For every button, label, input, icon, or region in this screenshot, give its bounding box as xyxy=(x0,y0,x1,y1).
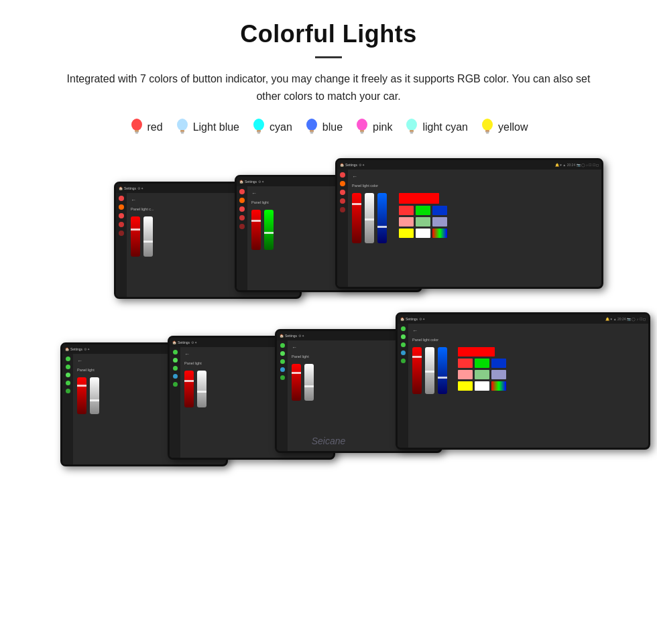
slider-red-3[interactable] xyxy=(352,193,361,243)
color-label-blue: blue xyxy=(322,121,343,133)
panel-label-3: Panel light color xyxy=(352,184,597,188)
back-arrow-3[interactable]: ← xyxy=(352,174,597,180)
color-item-lightcyan: light cyan xyxy=(404,118,468,137)
color-label-lightcyan: light cyan xyxy=(422,121,468,133)
palette-cell[interactable] xyxy=(416,206,430,215)
top-screen-3: 🏠Settings⚙ ✦ 🔔 ♥ ▲ 20:24 📷 ◯ ♪ ☐ ☐ ◻ xyxy=(335,158,603,289)
svg-rect-10 xyxy=(257,132,261,133)
svg-rect-18 xyxy=(361,132,364,133)
palette-cell[interactable] xyxy=(416,229,430,238)
bot-sidebar-2 xyxy=(170,347,180,458)
palette-cell[interactable] xyxy=(491,359,506,368)
svg-rect-15 xyxy=(310,133,313,134)
palette-cell[interactable] xyxy=(432,206,447,215)
svg-rect-2 xyxy=(135,132,138,133)
page-title: Colorful Lights xyxy=(27,20,630,48)
svg-point-12 xyxy=(306,119,317,131)
palette-cell[interactable] xyxy=(399,229,414,238)
color-item-pink: pink xyxy=(355,118,392,137)
color-palette-3 xyxy=(399,193,447,238)
color-label-pink: pink xyxy=(373,121,392,133)
color-label-yellow: yellow xyxy=(498,121,528,133)
palette-cell[interactable] xyxy=(399,206,414,215)
topbar-3: 🏠Settings⚙ ✦ 🔔 ♥ ▲ 20:24 📷 ◯ ♪ ☐ ☐ ◻ xyxy=(337,160,601,170)
svg-point-16 xyxy=(357,119,367,131)
sidebar-2 xyxy=(237,186,247,290)
bot-slider-b4[interactable] xyxy=(438,347,447,394)
bot-slider-r4[interactable] xyxy=(412,347,422,394)
color-item-red: red xyxy=(129,118,163,137)
svg-rect-26 xyxy=(486,132,489,133)
sidebar-1 xyxy=(116,193,127,297)
palette-cell[interactable] xyxy=(475,370,489,379)
slider-red-1[interactable] xyxy=(131,216,140,257)
bot-panel-4: Panel light color xyxy=(412,338,644,342)
page-container: Colorful Lights Integrated with 7 colors… xyxy=(0,0,657,493)
header-section: Colorful Lights Integrated with 7 colors… xyxy=(27,20,630,105)
slider-white-3[interactable] xyxy=(365,193,374,243)
palette-cell[interactable] xyxy=(458,347,495,357)
sliders-3 xyxy=(352,193,387,243)
screens-container: 🏠Settings⚙ ✦ ← Panel l xyxy=(27,158,630,466)
svg-rect-3 xyxy=(135,133,138,134)
bot-slider-r2[interactable] xyxy=(184,371,194,407)
bot-back-4[interactable]: ← xyxy=(412,328,644,334)
bot-slider-w3[interactable] xyxy=(304,364,314,401)
slider-green-2[interactable] xyxy=(264,210,274,250)
palette-cell[interactable] xyxy=(399,193,439,204)
slider-white-1[interactable] xyxy=(143,216,153,257)
svg-point-20 xyxy=(406,119,417,131)
svg-rect-7 xyxy=(181,133,184,134)
palette-cell[interactable] xyxy=(491,381,506,391)
bot-sidebar-1 xyxy=(62,354,73,464)
palette-cell[interactable] xyxy=(399,217,414,227)
palette-cell[interactable] xyxy=(491,370,506,379)
svg-rect-23 xyxy=(410,133,413,134)
svg-rect-19 xyxy=(361,133,363,134)
color-label-cyan: cyan xyxy=(270,121,292,133)
palette-cell[interactable] xyxy=(458,370,473,379)
palette-cell[interactable] xyxy=(432,217,447,227)
svg-rect-11 xyxy=(257,133,260,134)
palette-cell[interactable] xyxy=(475,381,489,391)
svg-point-8 xyxy=(253,119,264,131)
bot-slider-w2[interactable] xyxy=(197,371,206,407)
color-item-blue: blue xyxy=(304,118,343,137)
color-label-red: red xyxy=(147,121,163,133)
palette-cell[interactable] xyxy=(432,229,447,238)
svg-rect-22 xyxy=(410,132,414,133)
color-item-cyan: cyan xyxy=(251,118,292,137)
bot-sliders-4 xyxy=(412,347,447,394)
bot-slider-r1[interactable] xyxy=(77,377,86,414)
bulb-icon-yellow xyxy=(480,118,495,137)
colors-row: red Light blue cyan xyxy=(27,118,630,137)
description-text: Integrated with 7 colors of button indic… xyxy=(54,70,603,105)
palette-cell[interactable] xyxy=(475,359,489,368)
svg-point-0 xyxy=(131,119,142,131)
color-item-lightblue: Light blue xyxy=(175,118,239,137)
bot-topbar-4: 🏠Settings⚙ ✦ 🔔 ♥ ▲ 20:24 📷 ◯ ♪ ☐ ◻ xyxy=(398,314,648,324)
color-label-lightblue: Light blue xyxy=(193,121,239,133)
bot-slider-w4[interactable] xyxy=(425,347,434,394)
bot-sidebar-3 xyxy=(277,340,288,451)
main-content-3: ← Panel light color xyxy=(348,170,601,287)
svg-rect-6 xyxy=(180,132,184,133)
bulb-icon-lightblue xyxy=(175,118,190,137)
palette-cell[interactable] xyxy=(458,359,473,368)
slider-blue-3[interactable] xyxy=(377,193,387,243)
svg-point-24 xyxy=(482,119,493,131)
svg-point-4 xyxy=(177,119,188,131)
bulb-icon-pink xyxy=(355,118,369,137)
bot-slider-r3[interactable] xyxy=(292,364,301,401)
bulb-icon-blue xyxy=(304,118,319,137)
bot-sidebar-4 xyxy=(398,324,408,448)
palette-cell[interactable] xyxy=(416,217,430,227)
bot-screen-4: 🏠Settings⚙ ✦ 🔔 ♥ ▲ 20:24 📷 ◯ ♪ ☐ ◻ xyxy=(396,312,650,450)
bot-palette-4 xyxy=(458,347,506,391)
bulb-icon-cyan xyxy=(251,118,266,137)
bulb-icon-lightcyan xyxy=(404,118,419,137)
svg-rect-27 xyxy=(486,133,489,134)
slider-red-2[interactable] xyxy=(251,210,261,250)
palette-cell[interactable] xyxy=(458,381,473,391)
bot-slider-w1[interactable] xyxy=(90,377,99,414)
